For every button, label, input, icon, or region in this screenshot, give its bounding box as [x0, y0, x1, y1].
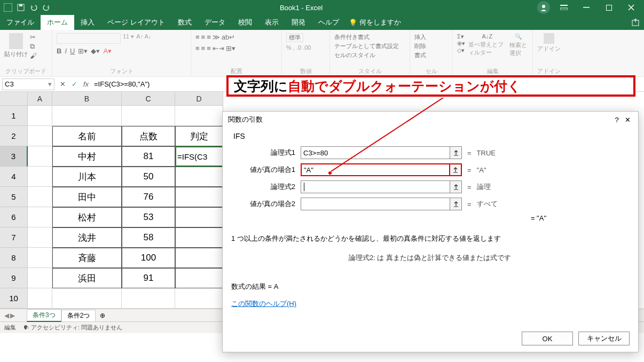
ribbon-opts-icon[interactable] — [553, 1, 575, 14]
tab-review[interactable]: 校閲 — [232, 15, 258, 30]
row-9[interactable]: 9 — [0, 268, 28, 288]
row-3[interactable]: 3 — [0, 146, 28, 167]
cell-C6[interactable]: 53 — [122, 207, 175, 227]
paste-button[interactable]: 貼り付け — [4, 33, 28, 58]
tab-data[interactable]: データ — [198, 15, 232, 30]
cell-D5[interactable] — [175, 187, 223, 207]
copy-icon[interactable]: ⧉ — [30, 42, 37, 51]
dialog-help-icon[interactable]: ? — [611, 116, 622, 124]
save-icon[interactable] — [15, 2, 27, 13]
cell-B5[interactable]: 田中 — [52, 187, 122, 207]
arg-input-1[interactable]: "A" — [301, 163, 450, 176]
cell-C8[interactable]: 100 — [122, 248, 175, 268]
row-8[interactable]: 8 — [0, 248, 28, 268]
cell-C3[interactable]: 81 — [122, 146, 175, 167]
user-avatar[interactable] — [537, 1, 550, 14]
arg-input-2[interactable] — [301, 180, 450, 193]
col-A[interactable]: A — [28, 92, 52, 106]
fx-icon[interactable]: fx — [80, 78, 92, 90]
cell-B2[interactable]: 名前 — [52, 126, 122, 146]
cell-B8[interactable]: 斉藤 — [52, 248, 122, 268]
tab-developer[interactable]: 開発 — [285, 15, 312, 30]
enter-icon[interactable]: ✓ — [68, 78, 80, 90]
cell-C9[interactable]: 91 — [122, 268, 175, 288]
collapse-icon[interactable] — [450, 163, 462, 176]
cell-B1[interactable] — [52, 106, 122, 126]
tab-help[interactable]: ヘルプ — [312, 15, 345, 30]
cell-D7[interactable] — [175, 227, 223, 248]
col-C[interactable]: C — [122, 92, 175, 106]
tab-view[interactable]: 表示 — [258, 15, 285, 30]
cell-B7[interactable]: 浅井 — [52, 227, 122, 248]
row-1[interactable]: 1 — [0, 106, 28, 126]
cell-D9[interactable] — [175, 268, 223, 288]
cell-C2[interactable]: 点数 — [122, 126, 175, 146]
arg-input-3[interactable] — [301, 198, 450, 210]
fmt-painter-icon[interactable]: 🖌 — [30, 52, 37, 60]
cell-A10[interactable] — [28, 288, 52, 309]
cell-A5[interactable] — [28, 187, 52, 207]
cell-A4[interactable] — [28, 167, 52, 187]
cell-B6[interactable]: 松村 — [52, 207, 122, 227]
cell-D3[interactable]: =IFS(C3 — [175, 146, 223, 167]
close-button[interactable] — [621, 1, 642, 14]
cancel-button[interactable]: キャンセル — [578, 332, 630, 345]
col-D[interactable]: D — [175, 92, 223, 106]
tab-layout[interactable]: ページ レイアウト — [101, 15, 171, 30]
select-all[interactable] — [0, 92, 28, 106]
row-6[interactable]: 6 — [0, 207, 28, 227]
row-10[interactable]: 10 — [0, 288, 28, 309]
cell-A9[interactable] — [28, 268, 52, 288]
cell-D10[interactable] — [175, 288, 223, 309]
row-2[interactable]: 2 — [0, 126, 28, 146]
cell-D8[interactable] — [175, 248, 223, 268]
row-5[interactable]: 5 — [0, 187, 28, 207]
cell-C7[interactable]: 58 — [122, 227, 175, 248]
cell-A8[interactable] — [28, 248, 52, 268]
collapse-icon[interactable] — [450, 146, 462, 159]
tab-home[interactable]: ホーム — [41, 15, 74, 30]
minimize-button[interactable] — [576, 1, 597, 14]
tab-file[interactable]: ファイル — [0, 15, 41, 30]
share-button[interactable] — [631, 18, 640, 27]
cell-A6[interactable] — [28, 207, 52, 227]
cell-A3[interactable] — [28, 146, 52, 167]
cut-icon[interactable]: ✂ — [30, 33, 37, 41]
row-7[interactable]: 7 — [0, 227, 28, 248]
cell-C5[interactable]: 76 — [122, 187, 175, 207]
undo-icon[interactable] — [28, 2, 40, 13]
cell-A2[interactable] — [28, 126, 52, 146]
cell-C1[interactable] — [122, 106, 175, 126]
redo-icon[interactable] — [41, 2, 52, 13]
cell-B9[interactable]: 浜田 — [52, 268, 122, 288]
prev-sheet-icon[interactable]: ◀ — [4, 312, 9, 319]
cell-C4[interactable]: 50 — [122, 167, 175, 187]
col-B[interactable]: B — [52, 92, 122, 106]
cell-B3[interactable]: 中村 — [52, 146, 122, 167]
collapse-icon[interactable] — [450, 198, 462, 210]
cell-B10[interactable] — [52, 288, 122, 309]
cell-B4[interactable]: 川本 — [52, 167, 122, 187]
cell-D1[interactable] — [175, 106, 223, 126]
dialog-close-icon[interactable]: ✕ — [622, 116, 633, 124]
ok-button[interactable]: OK — [522, 332, 573, 345]
autosave-icon[interactable] — [2, 2, 14, 13]
cell-C10[interactable] — [122, 288, 175, 309]
tab-formulas[interactable]: 数式 — [171, 15, 198, 30]
name-box[interactable]: C3▾ — [2, 78, 54, 90]
sheet-tab-other[interactable]: 条件2つ — [61, 310, 96, 321]
next-sheet-icon[interactable]: ▶ — [10, 312, 15, 319]
help-link[interactable]: この関数のヘルプ(H) — [231, 299, 296, 309]
qat-dropdown-icon[interactable]: ▾ — [53, 2, 65, 13]
maximize-button[interactable] — [598, 1, 619, 14]
cell-D2[interactable]: 判定 — [175, 126, 223, 146]
cancel-icon[interactable]: ✕ — [57, 78, 68, 90]
arg-input-0[interactable]: C3>=80 — [301, 146, 450, 159]
row-4[interactable]: 4 — [0, 167, 28, 187]
tab-insert[interactable]: 挿入 — [74, 15, 101, 30]
cell-A7[interactable] — [28, 227, 52, 248]
cell-D4[interactable] — [175, 167, 223, 187]
tellme[interactable]: 💡何をしますか — [349, 18, 401, 27]
new-sheet-button[interactable]: ⊕ — [96, 312, 109, 319]
cell-A1[interactable] — [28, 106, 52, 126]
